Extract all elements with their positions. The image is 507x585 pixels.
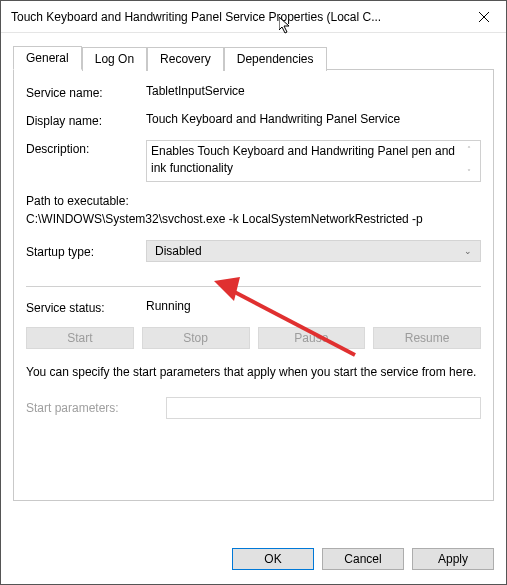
tabs: General Log On Recovery Dependencies Ser… [13, 45, 494, 501]
tab-log-on[interactable]: Log On [82, 47, 147, 71]
description-label: Description: [26, 140, 146, 156]
dialog-body: General Log On Recovery Dependencies Ser… [1, 33, 506, 536]
service-status-label: Service status: [26, 299, 146, 315]
close-button[interactable] [462, 1, 506, 32]
start-parameters-label: Start parameters: [26, 401, 166, 415]
path-label: Path to executable: [26, 194, 481, 208]
dialog-footer: OK Cancel Apply [1, 536, 506, 584]
chevron-down-icon: ˅ [467, 167, 471, 178]
description-box: Enables Touch Keyboard and Handwriting P… [146, 140, 481, 182]
service-name-value: TabletInputService [146, 84, 481, 98]
ok-button[interactable]: OK [232, 548, 314, 570]
cancel-button[interactable]: Cancel [322, 548, 404, 570]
close-icon [479, 12, 489, 22]
tab-general[interactable]: General [13, 46, 82, 70]
service-status-value: Running [146, 299, 481, 315]
window-title: Touch Keyboard and Handwriting Panel Ser… [11, 10, 462, 24]
tab-dependencies[interactable]: Dependencies [224, 47, 327, 71]
startup-type-select[interactable]: Disabled ⌄ [146, 240, 481, 262]
annotation-arrow-icon [210, 275, 370, 365]
startup-type-label: Startup type: [26, 243, 146, 259]
start-parameters-input[interactable] [166, 397, 481, 419]
tab-panel-general: Service name: TabletInputService Display… [13, 69, 494, 501]
startup-type-value: Disabled [155, 244, 202, 258]
stop-button[interactable]: Stop [142, 327, 250, 349]
tabstrip: General Log On Recovery Dependencies [13, 45, 494, 69]
description-value: Enables Touch Keyboard and Handwriting P… [151, 143, 462, 179]
help-text: You can specify the start parameters tha… [26, 363, 481, 381]
display-name-value: Touch Keyboard and Handwriting Panel Ser… [146, 112, 481, 126]
titlebar: Touch Keyboard and Handwriting Panel Ser… [1, 1, 506, 33]
chevron-down-icon: ⌄ [464, 246, 472, 256]
tab-recovery[interactable]: Recovery [147, 47, 224, 71]
service-name-label: Service name: [26, 84, 146, 100]
resume-button[interactable]: Resume [373, 327, 481, 349]
display-name-label: Display name: [26, 112, 146, 128]
divider [26, 286, 481, 287]
chevron-up-icon: ˄ [467, 144, 471, 155]
start-button[interactable]: Start [26, 327, 134, 349]
description-scrollbar[interactable]: ˄ ˅ [462, 143, 476, 179]
service-properties-dialog: Touch Keyboard and Handwriting Panel Ser… [0, 0, 507, 585]
path-value: C:\WINDOWS\System32\svchost.exe -k Local… [26, 212, 481, 226]
apply-button[interactable]: Apply [412, 548, 494, 570]
pause-button[interactable]: Pause [258, 327, 366, 349]
